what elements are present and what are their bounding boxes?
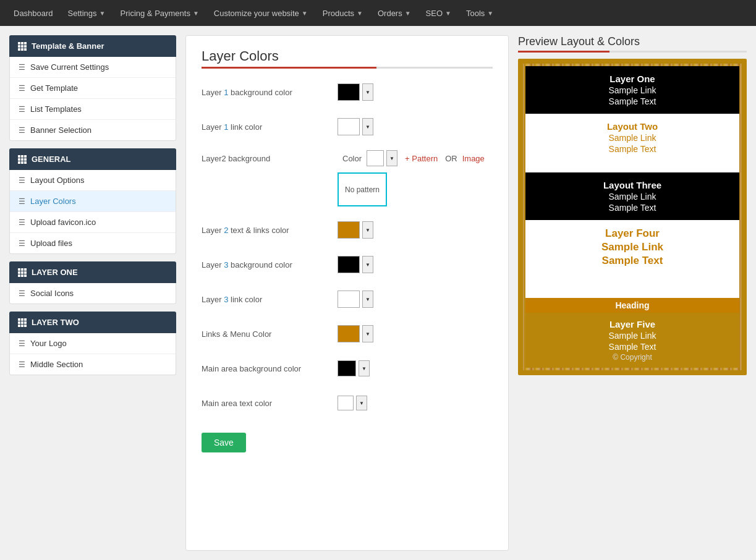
layer2-text-picker: ▼	[338, 221, 373, 239]
preview-container: Layer One Sample Link Sample Text Layout…	[518, 59, 747, 375]
nav-products-arrow: ▼	[357, 10, 363, 17]
layer3-link-color-box[interactable]	[338, 291, 360, 308]
layer1-link-dropdown[interactable]: ▼	[362, 118, 373, 135]
nav-orders[interactable]: Orders ▼	[370, 0, 418, 26]
layer2-text-color-box[interactable]	[338, 221, 360, 239]
layer3-bg-picker: ▼	[338, 256, 373, 273]
sidebar-label-banner-selection: Banner Selection	[30, 125, 91, 135]
general-section-items: ☰ Layout Options ☰ Layer Colors ☰ Upload…	[9, 170, 176, 254]
preview-layer-four-text: Sample Text	[532, 255, 733, 267]
layer2-color-label: Color	[342, 154, 362, 163]
preview-layer-two-link: Sample Link	[532, 133, 733, 143]
layer-one-icon	[18, 268, 27, 277]
sidebar-item-layout-options[interactable]: ☰ Layout Options	[10, 170, 176, 191]
preview-layer-one-link: Sample Link	[532, 85, 733, 95]
layer1-link-picker: ▼	[338, 118, 373, 135]
layer2-text-highlight: 2	[224, 226, 228, 235]
nav-pricing-arrow: ▼	[193, 10, 199, 17]
links-menu-dropdown[interactable]: ▼	[362, 325, 373, 342]
sidebar-section-general: GENERAL	[9, 148, 176, 170]
nav-orders-arrow: ▼	[405, 10, 411, 17]
no-pattern-box[interactable]: No pattern	[338, 172, 387, 206]
sidebar-item-layer-colors[interactable]: ☰ Layer Colors	[10, 191, 176, 212]
list-icon-save: ☰	[19, 63, 25, 72]
nav-customize[interactable]: Customize your website ▼	[206, 0, 315, 26]
sidebar-item-upload-favicon[interactable]: ☰ Upload favicon.ico	[10, 212, 176, 233]
main-text-color-box[interactable]	[338, 396, 354, 410]
layer1-link-highlight: 1	[224, 122, 228, 132]
sidebar-item-get-template[interactable]: ☰ Get Template	[10, 78, 176, 99]
pattern-link[interactable]: + Pattern	[405, 154, 438, 163]
list-icon-colors: ☰	[19, 197, 25, 206]
nav-dashboard[interactable]: Dashboard	[6, 0, 61, 26]
preview-layer-five-copyright: © Copyright	[525, 353, 739, 362]
layer3-link-label: Layer 3 link color	[202, 295, 338, 304]
sidebar-item-social-icons[interactable]: ☰ Social Icons	[10, 283, 176, 303]
preview-layer-one: Layer One Sample Link Sample Text	[525, 66, 739, 114]
preview-layer-two: Layout Two Sample Link Sample Text	[525, 114, 739, 172]
main-text-dropdown[interactable]: ▼	[356, 396, 367, 410]
nav-tools[interactable]: Tools ▼	[459, 0, 501, 26]
preview-inner: Layer One Sample Link Sample Text Layout…	[525, 66, 739, 368]
preview-layer-three-link: Sample Link	[532, 192, 733, 202]
layer1-link-label: Layer 1 link color	[202, 122, 338, 132]
preview-layer-four-name: Layer Four	[532, 227, 733, 240]
layer-one-items: ☰ Social Icons	[9, 283, 176, 304]
sidebar-label-your-logo: Your Logo	[30, 339, 67, 348]
nav-settings[interactable]: Settings ▼	[61, 0, 113, 26]
preview-panel: Preview Layout & Colors Layer One Sample…	[518, 35, 747, 551]
layer1-bg-color-box[interactable]	[338, 83, 360, 101]
preview-layer-five: Heading Layer Five Sample Link Sample Te…	[525, 298, 739, 368]
layer-two-title: LAYER TWO	[32, 318, 79, 327]
layer1-highlight: 1	[224, 88, 228, 97]
list-icon-files: ☰	[19, 239, 25, 248]
list-icon-social: ☰	[19, 289, 25, 298]
layer3-link-dropdown[interactable]: ▼	[362, 291, 373, 308]
main-bg-dropdown[interactable]: ▼	[359, 360, 370, 376]
main-bg-color-box[interactable]	[338, 360, 356, 376]
sidebar-label-middle-section: Middle Section	[30, 360, 83, 369]
template-section-title: Template & Banner	[32, 41, 104, 51]
preview-layer-three-text: Sample Text	[532, 203, 733, 213]
template-section-items: ☰ Save Current Settings ☰ Get Template ☰…	[9, 57, 176, 141]
layer3-bg-dropdown[interactable]: ▼	[362, 256, 373, 273]
main-bg-picker: ▼	[338, 360, 370, 376]
preview-layer-four: Layer Four Sample Link Sample Text	[525, 220, 739, 298]
general-section-icon	[18, 155, 27, 164]
layer2-color-dropdown[interactable]: ▼	[386, 150, 397, 166]
sidebar-item-middle-section[interactable]: ☰ Middle Section	[10, 354, 176, 375]
preview-layer-five-link: Sample Link	[525, 331, 739, 341]
preview-layer-one-name: Layer One	[532, 74, 733, 84]
layer1-link-row: Layer 1 link color ▼	[202, 116, 493, 138]
sidebar-label-save-settings: Save Current Settings	[30, 62, 109, 72]
nav-products[interactable]: Products ▼	[315, 0, 370, 26]
links-menu-row: Links & Menu Color ▼	[202, 323, 493, 345]
nav-seo[interactable]: SEO ▼	[418, 0, 459, 26]
sidebar-item-your-logo[interactable]: ☰ Your Logo	[10, 333, 176, 354]
layer2-text-dropdown[interactable]: ▼	[362, 221, 373, 239]
sidebar-item-save-settings[interactable]: ☰ Save Current Settings	[10, 57, 176, 78]
nav-pricing[interactable]: Pricing & Payments ▼	[113, 0, 206, 26]
sidebar-item-upload-files[interactable]: ☰ Upload files	[10, 233, 176, 253]
sidebar-item-list-templates[interactable]: ☰ List Templates	[10, 99, 176, 120]
layer1-bg-dropdown[interactable]: ▼	[362, 83, 373, 101]
sidebar-item-banner-selection[interactable]: ☰ Banner Selection	[10, 120, 176, 140]
layer1-bg-label: Layer 1 background color	[202, 88, 338, 97]
preview-underline	[518, 51, 747, 53]
layer3-bg-highlight: 3	[224, 260, 228, 269]
main-text-row: Main area text color ▼	[202, 392, 493, 414]
image-link[interactable]: Image	[462, 154, 485, 163]
layer2-text-row: Layer 2 text & links color ▼	[202, 219, 493, 241]
layer2-color-box[interactable]	[367, 150, 384, 166]
layer3-link-row: Layer 3 link color ▼	[202, 288, 493, 310]
links-menu-picker: ▼	[338, 325, 373, 342]
save-button[interactable]: Save	[202, 433, 246, 452]
sidebar-label-layer-colors: Layer Colors	[30, 197, 76, 206]
preview-layer-three-name: Layout Three	[532, 180, 733, 190]
sidebar-label-social-icons: Social Icons	[30, 289, 74, 298]
layer2-text-label: Layer 2 text & links color	[202, 226, 338, 235]
layer3-bg-color-box[interactable]	[338, 256, 360, 273]
layer1-link-color-box[interactable]	[338, 118, 360, 135]
list-icon-banner: ☰	[19, 126, 25, 135]
links-menu-color-box[interactable]	[338, 325, 360, 342]
